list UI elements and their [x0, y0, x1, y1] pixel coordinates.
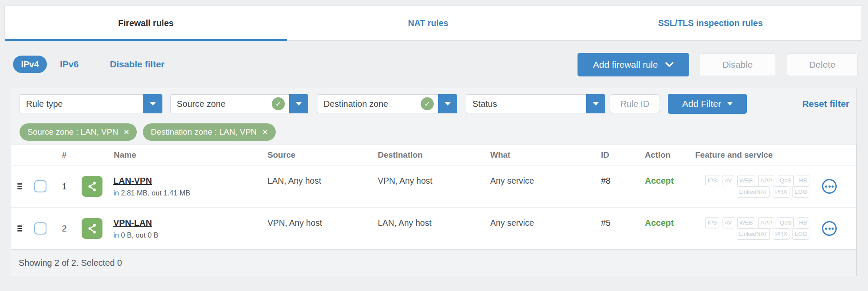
status-select[interactable]: Status [466, 94, 586, 113]
drag-cell [11, 224, 28, 233]
rule-traffic: in 2.81 MB, out 1.41 MB [113, 189, 190, 197]
status-label: Status [472, 99, 497, 109]
name-block: VPN-LAN in 0 B, out 0 B [113, 218, 158, 239]
feature-badge: IPS [705, 217, 719, 228]
feature-badge: HB [797, 217, 809, 228]
name-cell: LAN-VPN in 2.81 MB, out 1.41 MB [76, 176, 262, 197]
ipv6-toggle[interactable]: IPv6 [60, 56, 79, 73]
triangle-down-icon [445, 102, 451, 106]
table-row: 1 LAN-VPN in 2.81 MB, out 1.41 MB LAN, A… [11, 165, 856, 207]
add-firewall-rule-label: Add firewall rule [593, 60, 658, 70]
source-zone-select[interactable]: Source zone ✓ [170, 94, 289, 113]
close-icon[interactable]: ✕ [262, 129, 268, 136]
destination-zone-select[interactable]: Destination zone ✓ [317, 94, 438, 113]
feature-badges: IPS AV WEB APP QoS HB LinkedNAT PRX LOG [684, 175, 809, 198]
disable-button[interactable]: Disable [699, 53, 776, 76]
drag-handle-icon[interactable] [16, 182, 24, 191]
ipv4-toggle[interactable]: IPv4 [13, 56, 47, 73]
destination-cell: LAN, Any host [373, 218, 485, 239]
what-cell: Any service [485, 218, 591, 239]
ipv4-label: IPv4 [21, 60, 39, 69]
close-icon[interactable]: ✕ [123, 129, 129, 136]
filter-panel: Rule type Source zone ✓ Destination zone… [11, 88, 857, 149]
status-dropdown-button[interactable] [586, 94, 605, 113]
rule-number: 1 [53, 182, 76, 192]
name-cell: VPN-LAN in 0 B, out 0 B [76, 218, 262, 239]
source-zone-dropdown-button[interactable] [289, 94, 308, 113]
feature-and-service-cell: IPS AV WEB APP QoS HB LinkedNAT PRX LOG [684, 217, 856, 240]
filter-chip-destination-zone[interactable]: Destination zone : LAN, VPN ✕ [143, 123, 275, 141]
destination-zone-dropdown-button[interactable] [438, 94, 457, 113]
feature-badge: AV [723, 217, 734, 228]
table-footer: Showing 2 of 2. Selected 0 [11, 249, 856, 276]
action-cell: Accept [632, 218, 684, 239]
feature-badge: WEB [737, 217, 755, 228]
drag-handle-icon[interactable] [16, 224, 24, 233]
row-menu-ellipsis-icon[interactable] [822, 179, 837, 194]
name-block: LAN-VPN in 2.81 MB, out 1.41 MB [113, 176, 190, 197]
rule-type-filter: Rule type [20, 94, 162, 113]
filter-chip-source-zone[interactable]: Source zone : LAN, VPN ✕ [20, 123, 137, 141]
action-cell: Accept [632, 176, 684, 197]
row-checkbox[interactable] [34, 180, 46, 192]
rule-name-link[interactable]: LAN-VPN [113, 176, 152, 185]
rule-type-select[interactable]: Rule type [20, 94, 143, 113]
rule-type-dropdown-button[interactable] [143, 94, 162, 113]
feature-badge: APP [758, 175, 774, 186]
network-rule-icon [82, 218, 102, 239]
add-firewall-rule-button[interactable]: Add firewall rule [578, 53, 689, 76]
firewall-rules-table: # Name Source Destination What ID Action… [11, 145, 857, 276]
row-checkbox[interactable] [34, 222, 46, 235]
tab-label: NAT rules [408, 18, 449, 28]
feature-badge: APP [758, 217, 774, 228]
triangle-down-icon [296, 102, 302, 106]
tab-label: Firewall rules [118, 18, 174, 28]
what-cell: Any service [485, 176, 591, 197]
header-what: What [485, 150, 591, 160]
feature-badge: WEB [737, 175, 755, 186]
ipv6-label: IPv6 [60, 59, 79, 69]
disable-filter-link[interactable]: Disable filter [110, 56, 165, 73]
header-feature-and-service: Feature and service [684, 150, 856, 160]
chip-label: Destination zone : LAN, VPN [151, 127, 257, 137]
header-name: Name [76, 150, 262, 160]
feature-badge: IPS [705, 175, 719, 186]
add-filter-label: Add Filter [682, 99, 721, 109]
delete-button[interactable]: Delete [787, 53, 858, 76]
feature-badges: IPS AV WEB APP QoS HB LinkedNAT PRX LOG [684, 217, 809, 240]
feature-and-service-cell: IPS AV WEB APP QoS HB LinkedNAT PRX LOG [684, 175, 856, 198]
rule-id-cell: #5 [591, 218, 632, 239]
header-destination: Destination [373, 150, 485, 160]
table-header-row: # Name Source Destination What ID Action… [11, 145, 856, 165]
rule-number: 2 [53, 224, 76, 234]
feature-badge: LinkedNAT [737, 228, 770, 240]
tab-ssl-tls-inspection-rules[interactable]: SSL/TLS inspection rules [569, 6, 851, 40]
tab-nat-rules[interactable]: NAT rules [287, 6, 569, 40]
check-circle-icon: ✓ [421, 97, 434, 110]
header-source: Source [262, 150, 373, 160]
add-filter-button[interactable]: Add Filter [668, 94, 747, 114]
filter-row: Rule type Source zone ✓ Destination zone… [20, 94, 849, 114]
feature-badge: LinkedNAT [737, 186, 770, 198]
showing-summary: Showing 2 of 2. Selected 0 [19, 258, 122, 268]
feature-badge: LOG [792, 186, 809, 198]
source-cell: LAN, Any host [262, 176, 373, 197]
reset-filter-link[interactable]: Reset filter [802, 99, 849, 109]
triangle-down-icon [727, 102, 733, 106]
header-number: # [53, 150, 76, 160]
header-id: ID [591, 150, 632, 160]
source-cell: VPN, Any host [262, 218, 373, 239]
row-menu-ellipsis-icon[interactable] [822, 221, 837, 236]
rule-type-label: Rule type [26, 99, 63, 109]
rule-name-link[interactable]: VPN-LAN [113, 218, 152, 228]
feature-badge: PRX [773, 228, 789, 240]
checkbox-cell [28, 222, 53, 235]
feature-badge: AV [723, 175, 734, 186]
reset-filter-label: Reset filter [802, 99, 849, 109]
active-filter-chips: Source zone : LAN, VPN ✕ Destination zon… [20, 123, 856, 141]
chevron-down-icon [665, 62, 673, 67]
tab-firewall-rules[interactable]: Firewall rules [5, 6, 287, 40]
source-zone-filter: Source zone ✓ [170, 94, 308, 113]
destination-zone-label: Destination zone [323, 99, 388, 109]
rule-id-input[interactable] [610, 94, 660, 113]
